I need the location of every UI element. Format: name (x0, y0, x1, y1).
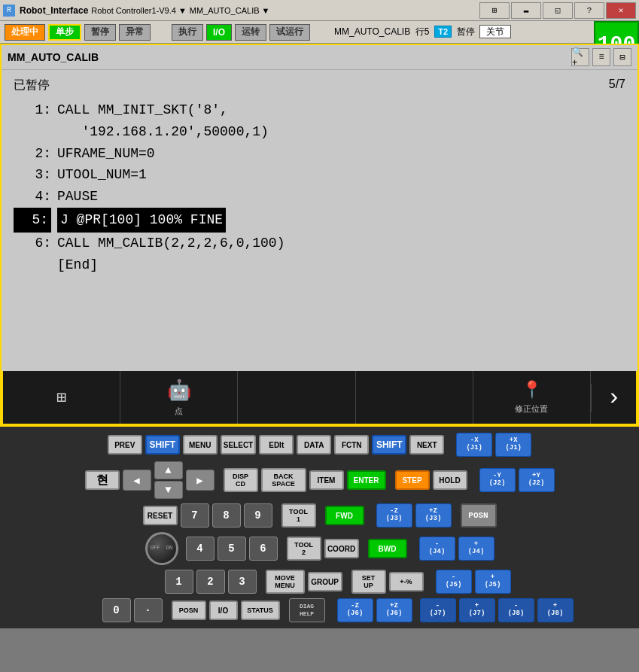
num8-btn[interactable]: 8 (212, 503, 241, 528)
win-btn-grid[interactable]: ⊞ (479, 2, 510, 19)
num2-btn[interactable]: 2 (196, 570, 225, 594)
diag-help-btn[interactable]: DIAG HELP (289, 598, 325, 622)
panel-row5: 1 2 3 MOVEMENU GROUP SETUP +-% - (J5) + … (165, 570, 511, 594)
axis-j4-plus-btn[interactable]: + (J4) (458, 537, 494, 561)
disp-cd-btn[interactable]: DISPCD (224, 468, 258, 492)
code-line-3: 3: UTOOL_NUM=1 (14, 164, 625, 186)
axis-x-minus-btn[interactable]: -X (J1) (456, 433, 492, 457)
hyundai-btn[interactable]: 현 (85, 470, 120, 490)
reset-btn[interactable]: RESET (143, 506, 178, 525)
win-btn-close[interactable]: ✕ (606, 2, 636, 19)
pause-btn[interactable]: 暂停 (84, 24, 116, 41)
tool2-btn[interactable]: TOOL2 (287, 537, 321, 561)
execute-btn[interactable]: 执行 (172, 24, 203, 41)
prev-btn[interactable]: PREV (108, 435, 142, 455)
prog-title: MM_AUTO_CALIB (8, 51, 99, 63)
posn-right-btn[interactable]: POSN (461, 503, 497, 528)
move-menu-btn[interactable]: MOVEMENU (266, 570, 305, 594)
axis-z-minus-btn[interactable]: -Z (J3) (376, 503, 412, 528)
bwd-btn[interactable]: BWD (368, 539, 407, 558)
arrow-right-btn[interactable]: ▶ (186, 470, 215, 491)
axis-j6-minus-btn[interactable]: -Z (J6) (337, 598, 373, 622)
axis-y-plus-btn[interactable]: +Y (J2) (519, 468, 555, 492)
axis-j7-plus-btn[interactable]: + (J7) (459, 598, 495, 622)
num0-btn[interactable]: 0 (102, 598, 131, 622)
abnormal-btn[interactable]: 异常 (119, 24, 151, 41)
axis-j8-minus-btn[interactable]: - (J8) (498, 598, 534, 622)
arrow-down-btn[interactable]: ▼ (154, 481, 183, 499)
layout-btn[interactable]: ⊟ (613, 48, 631, 66)
dial-knob[interactable]: OFF ON (145, 532, 178, 565)
num5-btn[interactable]: 5 (218, 537, 246, 561)
toolbar-item-grid[interactable]: ⊞ (3, 371, 120, 424)
controller-dropdown[interactable]: Robot Controller1-V9.4 ▼ (91, 6, 186, 15)
program-dropdown[interactable]: MM_AUTO_CALIB ▼ (190, 6, 270, 15)
axis-y-minus-btn[interactable]: -Y (J2) (479, 468, 516, 492)
win-btn-3[interactable]: ◱ (543, 2, 573, 19)
toolbar-item-posn[interactable]: 📍 修正位置 (473, 371, 591, 424)
step-btn-ctrl[interactable]: STEP (395, 470, 430, 490)
dot-btn[interactable]: · (134, 598, 163, 622)
plus-pct-btn[interactable]: +-% (389, 572, 424, 591)
win-btn-2[interactable]: ▬ (511, 2, 541, 19)
line-content-3: UTOOL_NUM=1 (57, 164, 147, 186)
hold-btn[interactable]: HOLD (433, 470, 467, 490)
axis-j5-plus-btn[interactable]: + (J5) (475, 570, 511, 594)
axis-j7-minus-btn[interactable]: - (J7) (420, 598, 456, 622)
posn-btn-ctrl[interactable]: POSN (172, 601, 206, 620)
zoom-in-btn[interactable]: 🔍+ (571, 48, 589, 66)
arrow-up-btn[interactable]: ▲ (154, 461, 183, 479)
backspace-btn[interactable]: BACKSPACE (261, 468, 306, 492)
fctn-btn[interactable]: FCTN (334, 435, 369, 455)
axis-j8-plus-btn[interactable]: + (J8) (537, 598, 574, 622)
panel-row1: PREV SHIFT MENU SELECT EDIt DATA FCTN SH… (108, 433, 531, 457)
coord-btn[interactable]: COORD (324, 539, 359, 558)
axis-x-plus-btn[interactable]: +X (J1) (495, 433, 531, 457)
next-btn[interactable]: NEXT (409, 435, 444, 455)
axis-j5-minus-btn[interactable]: - (J5) (436, 570, 472, 594)
toolbar-item-3[interactable] (238, 371, 355, 424)
shift-btn-1[interactable]: SHIFT (145, 435, 180, 455)
axis-j4-minus-btn[interactable]: - (J4) (419, 537, 455, 561)
processing-btn[interactable]: 处理中 (5, 24, 45, 41)
menu-btn[interactable]: MENU (183, 435, 218, 455)
arrow-left-btn[interactable]: ◀ (123, 470, 151, 491)
num9-btn[interactable]: 9 (244, 503, 272, 528)
step-btn[interactable]: 单步 (48, 24, 81, 41)
axis-j6-plus-btn[interactable]: +Z (J6) (376, 598, 412, 622)
status-btn-ctrl[interactable]: STATUS (241, 601, 280, 620)
next-arrow-icon: › (607, 384, 621, 412)
test-btn[interactable]: 试运行 (269, 24, 310, 41)
line-content-5: J @PR[100] 100% FINE (57, 208, 226, 233)
line-num-4: 4: (14, 186, 51, 208)
io-btn-ctrl[interactable]: I/O (209, 601, 238, 620)
num1-btn[interactable]: 1 (165, 570, 193, 594)
group-btn[interactable]: GROUP (308, 572, 342, 591)
app-icon: R (3, 5, 15, 17)
main-area: MM_AUTO_CALIB 🔍+ ≡ ⊟ 已暂停 5/7 1: CALL MM_… (0, 44, 639, 427)
data-btn[interactable]: DATA (297, 435, 331, 455)
num3-btn[interactable]: 3 (228, 570, 257, 594)
shift-btn-2[interactable]: SHIFT (372, 435, 406, 455)
io-btn[interactable]: I/O (206, 24, 232, 41)
num6-btn[interactable]: 6 (249, 537, 278, 561)
menu-btn[interactable]: ≡ (592, 48, 610, 66)
toolbar-item-robot[interactable]: 🤖 点 (120, 371, 238, 424)
num7-btn[interactable]: 7 (181, 503, 209, 528)
enter-btn[interactable]: ENTER (347, 470, 386, 490)
code-line-6: 6: CALL MM_CALIB(2,2,2,6,0,100) (14, 233, 625, 254)
setup-btn[interactable]: SETUP (351, 570, 386, 594)
tool1-btn[interactable]: TOOL1 (281, 503, 316, 528)
line-content-6: CALL MM_CALIB(2,2,2,6,0,100) (57, 233, 285, 254)
item-btn[interactable]: ITEM (309, 470, 344, 490)
select-btn[interactable]: SELECT (221, 435, 256, 455)
axis-z-plus-btn[interactable]: +Z (J3) (415, 503, 452, 528)
win-btn-help[interactable]: ? (574, 2, 604, 19)
fwd-btn[interactable]: FWD (325, 506, 364, 525)
toolbar-next-btn[interactable]: › (591, 384, 636, 412)
num4-btn[interactable]: 4 (186, 537, 215, 561)
toolbar-item-4[interactable] (356, 371, 473, 424)
run-btn[interactable]: 运转 (235, 24, 266, 41)
axis-j1-plus-label: (J1) (505, 445, 522, 452)
edit-btn[interactable]: EDIt (259, 435, 294, 455)
